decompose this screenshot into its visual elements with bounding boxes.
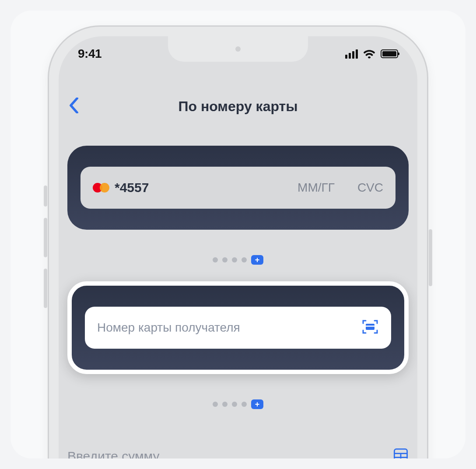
pager-dot[interactable] — [242, 402, 247, 407]
add-recipient-button[interactable]: + — [251, 399, 263, 409]
expiry-field[interactable]: ММ/ГГ — [298, 181, 335, 195]
phone-volume-up — [44, 218, 47, 257]
page-title: По номеру карты — [178, 98, 298, 115]
cvc-field[interactable]: CVC — [357, 181, 383, 195]
recipient-card-block[interactable]: Номер карты получателя — [67, 281, 409, 374]
phone-volume-down — [44, 269, 47, 308]
phone-frame: 9:41 По номеру карты — [48, 25, 428, 458]
phone-screen: 9:41 По номеру карты — [59, 36, 417, 458]
image-canvas: 9:41 По номеру карты — [10, 10, 466, 458]
cellular-signal-icon — [345, 49, 358, 59]
battery-icon — [381, 49, 398, 58]
calculator-icon — [393, 448, 409, 458]
pager-dot[interactable] — [222, 257, 228, 262]
status-time: 9:41 — [78, 47, 102, 61]
back-button[interactable] — [69, 98, 79, 115]
source-card-block[interactable]: *4557 ММ/ГГ CVC — [67, 146, 409, 230]
mastercard-icon — [93, 182, 109, 193]
scan-card-icon — [361, 318, 379, 336]
source-card-number[interactable]: *4557 — [115, 180, 292, 195]
scan-card-button[interactable] — [361, 318, 379, 337]
source-card-pager: + — [59, 255, 417, 265]
pager-dot[interactable] — [222, 402, 228, 407]
pager-dot[interactable] — [213, 257, 218, 262]
calculator-button[interactable] — [393, 448, 409, 458]
wifi-icon — [363, 49, 375, 59]
pager-dot[interactable] — [213, 402, 218, 407]
pager-dot[interactable] — [242, 257, 247, 262]
recipient-card-input[interactable]: Номер карты получателя — [97, 321, 356, 335]
add-card-button[interactable]: + — [251, 255, 263, 265]
chevron-left-icon — [69, 98, 79, 113]
screen-header: По номеру карты — [59, 93, 417, 119]
phone-power-button — [429, 229, 432, 286]
svg-rect-1 — [366, 326, 374, 327]
phone-silent-switch — [44, 186, 47, 206]
amount-input[interactable]: Введите сумму — [67, 449, 160, 458]
recipient-card-row: Номер карты получателя — [85, 307, 391, 349]
source-card-row: *4557 ММ/ГГ CVC — [80, 167, 396, 209]
amount-row: Введите сумму — [67, 448, 409, 458]
pager-dot[interactable] — [232, 257, 237, 262]
status-bar: 9:41 — [59, 36, 417, 71]
recipient-card-pager: + — [59, 399, 417, 409]
pager-dot[interactable] — [232, 402, 237, 407]
